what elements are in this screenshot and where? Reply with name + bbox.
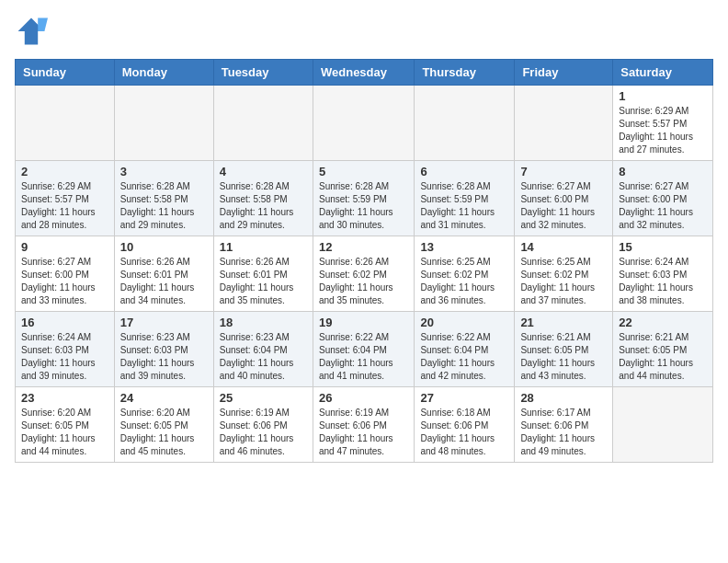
day-number: 6 — [420, 165, 508, 178]
calendar-day: 6Sunrise: 6:28 AM Sunset: 5:59 PM Daylig… — [415, 161, 515, 236]
calendar-day: 8Sunrise: 6:27 AM Sunset: 6:00 PM Daylig… — [613, 161, 713, 236]
calendar-day: 14Sunrise: 6:25 AM Sunset: 6:02 PM Dayli… — [515, 236, 613, 312]
calendar-day: 26Sunrise: 6:19 AM Sunset: 6:06 PM Dayli… — [313, 387, 414, 463]
calendar-day: 13Sunrise: 6:25 AM Sunset: 6:02 PM Dayli… — [415, 236, 515, 312]
day-number: 26 — [319, 391, 408, 405]
day-number: 18 — [220, 316, 307, 329]
day-number: 14 — [520, 240, 607, 254]
day-info: Sunrise: 6:22 AM Sunset: 6:04 PM Dayligh… — [420, 331, 508, 383]
day-number: 9 — [21, 240, 108, 254]
logo-icon — [15, 15, 48, 48]
calendar-day: 25Sunrise: 6:19 AM Sunset: 6:06 PM Dayli… — [213, 387, 313, 463]
day-info: Sunrise: 6:20 AM Sunset: 6:05 PM Dayligh… — [120, 407, 208, 458]
day-info: Sunrise: 6:17 AM Sunset: 6:06 PM Dayligh… — [520, 407, 607, 458]
day-info: Sunrise: 6:26 AM Sunset: 6:01 PM Dayligh… — [120, 256, 208, 307]
calendar-day: 1Sunrise: 6:29 AM Sunset: 5:57 PM Daylig… — [613, 86, 713, 161]
calendar-day: 16Sunrise: 6:24 AM Sunset: 6:03 PM Dayli… — [16, 312, 115, 387]
calendar-day: 27Sunrise: 6:18 AM Sunset: 6:06 PM Dayli… — [415, 387, 515, 463]
day-number: 7 — [520, 165, 607, 178]
day-info: Sunrise: 6:28 AM Sunset: 5:59 PM Dayligh… — [319, 180, 408, 232]
day-info: Sunrise: 6:26 AM Sunset: 6:02 PM Dayligh… — [319, 256, 408, 307]
day-number: 19 — [319, 316, 408, 329]
day-info: Sunrise: 6:24 AM Sunset: 6:03 PM Dayligh… — [619, 256, 707, 307]
calendar-day — [515, 86, 613, 161]
calendar-day: 23Sunrise: 6:20 AM Sunset: 6:05 PM Dayli… — [16, 387, 115, 463]
day-info: Sunrise: 6:27 AM Sunset: 6:00 PM Dayligh… — [21, 256, 108, 307]
calendar-day: 19Sunrise: 6:22 AM Sunset: 6:04 PM Dayli… — [313, 312, 414, 387]
day-number: 22 — [619, 316, 707, 329]
calendar-table: SundayMondayTuesdayWednesdayThursdayFrid… — [15, 59, 713, 463]
day-info: Sunrise: 6:27 AM Sunset: 6:00 PM Dayligh… — [520, 180, 607, 232]
calendar-day: 3Sunrise: 6:28 AM Sunset: 5:58 PM Daylig… — [114, 161, 213, 236]
day-number: 24 — [120, 391, 208, 405]
day-number: 15 — [619, 240, 707, 254]
calendar-day: 15Sunrise: 6:24 AM Sunset: 6:03 PM Dayli… — [613, 236, 713, 312]
calendar-day: 4Sunrise: 6:28 AM Sunset: 5:58 PM Daylig… — [213, 161, 313, 236]
day-info: Sunrise: 6:20 AM Sunset: 6:05 PM Dayligh… — [21, 407, 108, 458]
day-info: Sunrise: 6:23 AM Sunset: 6:04 PM Dayligh… — [220, 331, 307, 383]
day-info: Sunrise: 6:28 AM Sunset: 5:58 PM Dayligh… — [220, 180, 307, 232]
day-info: Sunrise: 6:25 AM Sunset: 6:02 PM Dayligh… — [420, 256, 508, 307]
calendar-day: 7Sunrise: 6:27 AM Sunset: 6:00 PM Daylig… — [515, 161, 613, 236]
day-info: Sunrise: 6:19 AM Sunset: 6:06 PM Dayligh… — [220, 407, 307, 458]
day-number: 11 — [220, 240, 307, 254]
calendar-day: 12Sunrise: 6:26 AM Sunset: 6:02 PM Dayli… — [313, 236, 414, 312]
day-header: Thursday — [415, 60, 515, 86]
day-info: Sunrise: 6:23 AM Sunset: 6:03 PM Dayligh… — [120, 331, 208, 383]
day-number: 12 — [319, 240, 408, 254]
day-info: Sunrise: 6:25 AM Sunset: 6:02 PM Dayligh… — [520, 256, 607, 307]
calendar-day: 10Sunrise: 6:26 AM Sunset: 6:01 PM Dayli… — [114, 236, 213, 312]
day-number: 21 — [520, 316, 607, 329]
day-number: 16 — [21, 316, 108, 329]
day-number: 27 — [420, 391, 508, 405]
calendar-day: 18Sunrise: 6:23 AM Sunset: 6:04 PM Dayli… — [213, 312, 313, 387]
calendar-week-row: 9Sunrise: 6:27 AM Sunset: 6:00 PM Daylig… — [16, 236, 713, 312]
page-header — [15, 15, 713, 48]
day-number: 10 — [120, 240, 208, 254]
calendar-day: 20Sunrise: 6:22 AM Sunset: 6:04 PM Dayli… — [415, 312, 515, 387]
day-header: Wednesday — [313, 60, 414, 86]
day-info: Sunrise: 6:26 AM Sunset: 6:01 PM Dayligh… — [220, 256, 307, 307]
day-info: Sunrise: 6:18 AM Sunset: 6:06 PM Dayligh… — [420, 407, 508, 458]
day-number: 13 — [420, 240, 508, 254]
day-number: 25 — [220, 391, 307, 405]
calendar-day — [613, 387, 713, 463]
day-header: Saturday — [613, 60, 713, 86]
day-number: 8 — [619, 165, 707, 178]
calendar-day: 11Sunrise: 6:26 AM Sunset: 6:01 PM Dayli… — [213, 236, 313, 312]
day-info: Sunrise: 6:28 AM Sunset: 5:58 PM Dayligh… — [120, 180, 208, 232]
day-number: 2 — [21, 165, 108, 178]
calendar-day — [415, 86, 515, 161]
day-number: 23 — [21, 391, 108, 405]
calendar-day — [213, 86, 313, 161]
day-number: 3 — [120, 165, 208, 178]
day-number: 5 — [319, 165, 408, 178]
day-info: Sunrise: 6:29 AM Sunset: 5:57 PM Dayligh… — [21, 180, 108, 232]
day-header: Friday — [515, 60, 613, 86]
day-info: Sunrise: 6:22 AM Sunset: 6:04 PM Dayligh… — [319, 331, 408, 383]
day-info: Sunrise: 6:27 AM Sunset: 6:00 PM Dayligh… — [619, 180, 707, 232]
day-number: 1 — [619, 89, 707, 103]
calendar-day: 9Sunrise: 6:27 AM Sunset: 6:00 PM Daylig… — [16, 236, 115, 312]
day-header: Sunday — [16, 60, 115, 86]
day-number: 4 — [220, 165, 307, 178]
calendar-day: 28Sunrise: 6:17 AM Sunset: 6:06 PM Dayli… — [515, 387, 613, 463]
day-info: Sunrise: 6:19 AM Sunset: 6:06 PM Dayligh… — [319, 407, 408, 458]
calendar-week-row: 1Sunrise: 6:29 AM Sunset: 5:57 PM Daylig… — [16, 86, 713, 161]
day-info: Sunrise: 6:24 AM Sunset: 6:03 PM Dayligh… — [21, 331, 108, 383]
day-info: Sunrise: 6:21 AM Sunset: 6:05 PM Dayligh… — [520, 331, 607, 383]
day-number: 28 — [520, 391, 607, 405]
calendar-day: 24Sunrise: 6:20 AM Sunset: 6:05 PM Dayli… — [114, 387, 213, 463]
day-info: Sunrise: 6:21 AM Sunset: 6:05 PM Dayligh… — [619, 331, 707, 383]
calendar-day — [313, 86, 414, 161]
calendar-day: 5Sunrise: 6:28 AM Sunset: 5:59 PM Daylig… — [313, 161, 414, 236]
calendar-week-row: 2Sunrise: 6:29 AM Sunset: 5:57 PM Daylig… — [16, 161, 713, 236]
calendar-week-row: 23Sunrise: 6:20 AM Sunset: 6:05 PM Dayli… — [16, 387, 713, 463]
day-info: Sunrise: 6:28 AM Sunset: 5:59 PM Dayligh… — [420, 180, 508, 232]
calendar-day: 2Sunrise: 6:29 AM Sunset: 5:57 PM Daylig… — [16, 161, 115, 236]
calendar-day — [114, 86, 213, 161]
logo — [15, 15, 51, 48]
day-number: 20 — [420, 316, 508, 329]
day-info: Sunrise: 6:29 AM Sunset: 5:57 PM Dayligh… — [619, 105, 707, 156]
svg-marker-1 — [38, 18, 48, 31]
